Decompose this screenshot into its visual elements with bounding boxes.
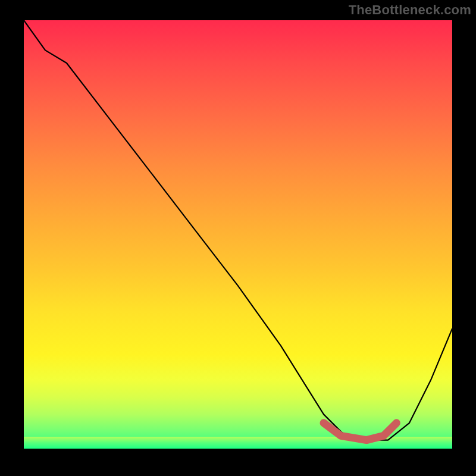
bottleneck-curve — [24, 20, 452, 440]
plot-svg — [24, 20, 452, 449]
plot-area — [24, 20, 452, 449]
chart-container: TheBottleneck.com — [0, 0, 476, 476]
attribution-label: TheBottleneck.com — [349, 2, 471, 18]
